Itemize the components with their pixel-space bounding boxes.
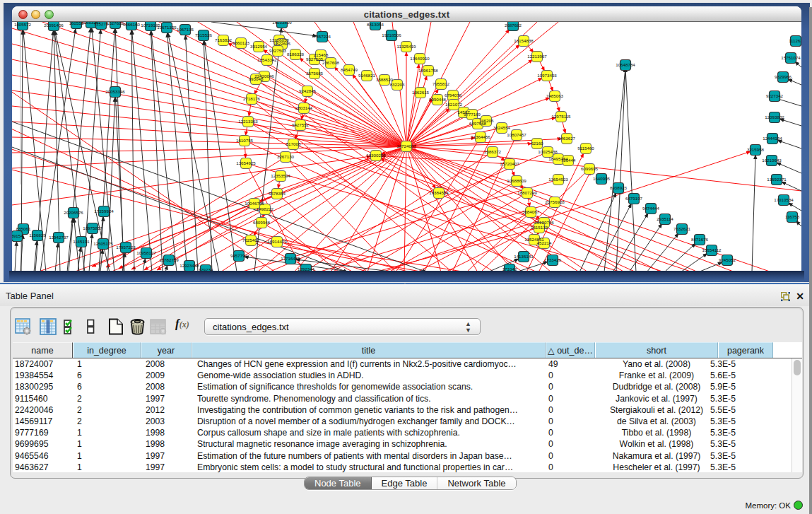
svg-text:7357224: 7357224 — [314, 34, 331, 39]
svg-text:452214: 452214 — [537, 240, 552, 245]
svg-text:10807457: 10807457 — [507, 132, 526, 137]
svg-text:1156829: 1156829 — [29, 233, 46, 238]
svg-text:6466160: 6466160 — [123, 22, 141, 27]
svg-text:12942737: 12942737 — [49, 235, 69, 240]
svg-text:16961758: 16961758 — [418, 68, 438, 73]
svg-text:817006: 817006 — [286, 141, 301, 146]
svg-text:2386372: 2386372 — [484, 149, 502, 154]
svg-text:62160: 62160 — [531, 141, 543, 146]
svg-text:12923448: 12923448 — [180, 263, 199, 268]
svg-text:9115460: 9115460 — [577, 146, 594, 151]
svg-text:20756928: 20756928 — [545, 199, 565, 204]
svg-text:7625402: 7625402 — [242, 238, 260, 243]
svg-text:17716485: 17716485 — [281, 256, 300, 261]
svg-text:2718176: 2718176 — [243, 96, 261, 101]
svg-text:9245052: 9245052 — [719, 257, 736, 262]
svg-text:1588520: 1588520 — [376, 77, 394, 82]
svg-text:1640995: 1640995 — [593, 176, 611, 181]
svg-text:1322605: 1322605 — [273, 41, 291, 46]
svg-text:16210643: 16210643 — [762, 158, 782, 163]
svg-text:10958127: 10958127 — [136, 250, 156, 255]
svg-text:10973493: 10973493 — [537, 73, 557, 78]
svg-text:10046766: 10046766 — [245, 201, 264, 206]
svg-text:13654923: 13654923 — [548, 177, 568, 182]
svg-text:7515526: 7515526 — [195, 33, 213, 37]
svg-text:9427552: 9427552 — [292, 122, 310, 127]
svg-text:13640910: 13640910 — [410, 56, 430, 61]
svg-text:6099695: 6099695 — [581, 166, 599, 171]
svg-text:5578354: 5578354 — [269, 191, 286, 196]
svg-text:12213967: 12213967 — [527, 54, 547, 59]
svg-text:21364456: 21364456 — [471, 134, 490, 139]
svg-text:10654112: 10654112 — [702, 247, 722, 252]
svg-text:10975857: 10975857 — [83, 226, 102, 230]
svg-text:10648784: 10648784 — [616, 62, 635, 67]
svg-text:11325419: 11325419 — [396, 44, 416, 49]
svg-text:129234: 129234 — [199, 267, 213, 271]
svg-text:9146821: 9146821 — [358, 73, 376, 78]
svg-text:12444154: 12444154 — [763, 136, 782, 141]
svg-text:10543342: 10543342 — [257, 57, 277, 62]
svg-text:7163822: 7163822 — [215, 37, 233, 42]
svg-text:14136141: 14136141 — [514, 254, 534, 259]
svg-text:6409948: 6409948 — [253, 220, 271, 225]
svg-text:3215958: 3215958 — [747, 147, 765, 152]
svg-text:9457791: 9457791 — [230, 253, 248, 258]
svg-text:832203: 832203 — [390, 82, 405, 87]
svg-text:10120746: 10120746 — [534, 220, 554, 225]
svg-text:173342: 173342 — [502, 267, 517, 271]
svg-text:15720407: 15720407 — [500, 161, 519, 166]
svg-text:1527602: 1527602 — [107, 22, 124, 25]
svg-text:1498222: 1498222 — [257, 206, 274, 211]
svg-text:3912954: 3912954 — [250, 44, 268, 49]
svg-text:9327505: 9327505 — [306, 57, 324, 62]
svg-text:10025438: 10025438 — [538, 149, 558, 154]
svg-text:1615132: 1615132 — [531, 225, 548, 230]
svg-text:1145191: 1145191 — [73, 239, 90, 244]
svg-text:16914479: 16914479 — [267, 239, 287, 244]
svg-text:17359924: 17359924 — [94, 209, 114, 214]
svg-text:17010534: 17010534 — [774, 197, 794, 202]
svg-text:2687682: 2687682 — [505, 23, 522, 28]
svg-text:9327503: 9327503 — [269, 48, 287, 53]
svg-text:19384554: 19384554 — [429, 190, 449, 195]
svg-text:8186328: 8186328 — [287, 52, 305, 57]
svg-text:19218506: 19218506 — [382, 33, 401, 37]
svg-text:6479197: 6479197 — [625, 196, 643, 201]
svg-text:12505175: 12505175 — [93, 241, 113, 246]
svg-text:8660123: 8660123 — [233, 40, 250, 45]
svg-text:8813054: 8813054 — [367, 22, 384, 27]
svg-text:13692371: 13692371 — [767, 177, 787, 182]
svg-text:8454749: 8454749 — [341, 67, 358, 72]
svg-text:3675685: 3675685 — [306, 71, 324, 76]
svg-text:15751074: 15751074 — [781, 55, 801, 60]
svg-text:3684067: 3684067 — [522, 209, 540, 214]
svg-text:7485063: 7485063 — [546, 93, 564, 98]
svg-text:20091406: 20091406 — [44, 23, 64, 28]
svg-text:16782759: 16782759 — [159, 257, 179, 262]
svg-text:12093832: 12093832 — [765, 115, 784, 119]
svg-text:20206576: 20206576 — [64, 210, 83, 215]
svg-text:13654925: 13654925 — [236, 160, 256, 165]
svg-text:215468: 215468 — [314, 52, 329, 57]
svg-text:2367608: 2367608 — [322, 60, 340, 65]
svg-text:2935114: 2935114 — [657, 216, 673, 221]
svg-text:18300295: 18300295 — [366, 153, 386, 158]
svg-text:20053346: 20053346 — [105, 89, 125, 94]
svg-text:993043: 993043 — [249, 76, 264, 81]
svg-text:9329966: 9329966 — [775, 74, 792, 79]
svg-text:746206: 746206 — [479, 118, 494, 123]
svg-text:3624554: 3624554 — [493, 125, 511, 130]
svg-text:756444: 756444 — [561, 158, 576, 163]
svg-text:12975115: 12975115 — [551, 114, 571, 119]
svg-text:9474444: 9474444 — [642, 206, 660, 211]
svg-text:10688609: 10688609 — [507, 178, 526, 183]
svg-text:1621072: 1621072 — [445, 102, 463, 107]
svg-text:1405572: 1405572 — [14, 22, 32, 27]
svg-text:10671355: 10671355 — [157, 25, 177, 30]
svg-text:111263: 111263 — [789, 38, 801, 43]
svg-text:116753: 116753 — [785, 214, 800, 219]
svg-text:2803144: 2803144 — [295, 105, 313, 110]
svg-text:8938923: 8938923 — [610, 185, 628, 190]
svg-text:17957223: 17957223 — [116, 245, 136, 250]
